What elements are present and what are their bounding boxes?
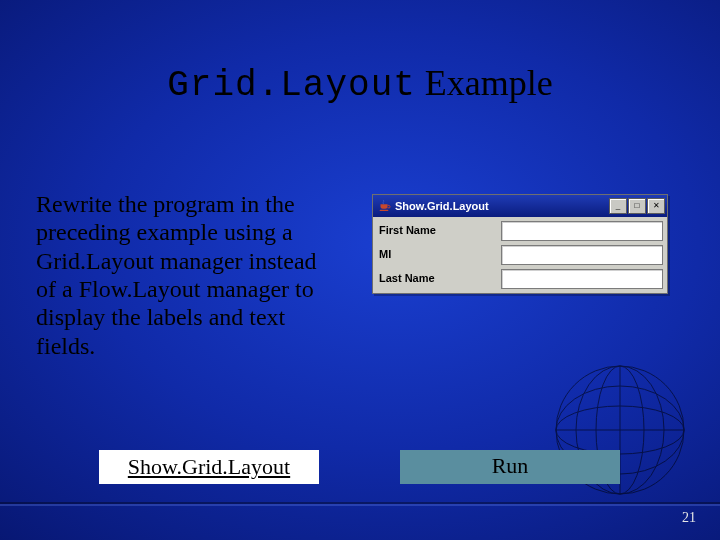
footer-divider	[0, 502, 720, 504]
slide: Grid.Layout Example Rewrite the program …	[0, 0, 720, 540]
window-buttons: _ □ ✕	[609, 198, 665, 214]
last-name-field[interactable]	[501, 269, 663, 289]
body-paragraph: Rewrite the program in the preceding exa…	[36, 190, 336, 360]
globe-decoration	[530, 350, 710, 510]
java-window: Show.Grid.Layout _ □ ✕ First Name MI Las…	[372, 194, 668, 294]
window-client-area: First Name MI Last Name	[373, 217, 667, 293]
grid-layout: First Name MI Last Name	[377, 221, 663, 289]
title-code-part: Grid.Layout	[167, 65, 416, 106]
maximize-button[interactable]: □	[628, 198, 646, 214]
mi-label: MI	[377, 245, 501, 265]
window-titlebar: Show.Grid.Layout _ □ ✕	[373, 195, 667, 217]
mi-field[interactable]	[501, 245, 663, 265]
close-button[interactable]: ✕	[647, 198, 665, 214]
first-name-field[interactable]	[501, 221, 663, 241]
last-name-label: Last Name	[377, 269, 501, 289]
title-rest-part: Example	[416, 63, 553, 103]
svg-point-1	[556, 406, 684, 454]
minimize-button[interactable]: _	[609, 198, 627, 214]
java-cup-icon	[377, 199, 391, 213]
first-name-label: First Name	[377, 221, 501, 241]
run-button[interactable]: Run	[400, 450, 620, 484]
page-number: 21	[682, 510, 696, 526]
svg-rect-7	[380, 210, 389, 211]
window-title: Show.Grid.Layout	[395, 200, 605, 212]
slide-title: Grid.Layout Example	[0, 62, 720, 106]
show-gridlayout-link[interactable]: Show.Grid.Layout	[99, 450, 319, 484]
